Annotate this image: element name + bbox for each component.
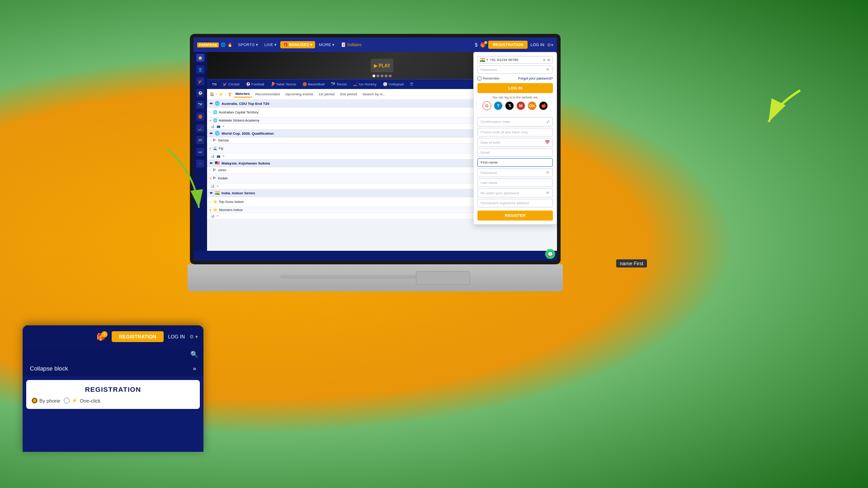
reg-dob[interactable]: Date of birth 📅 [477, 138, 553, 147]
phone-number[interactable]: 81234 56789 [497, 58, 541, 62]
reg-email[interactable]: Email [477, 148, 553, 157]
filter-1st-period[interactable]: 1st period [317, 91, 336, 97]
sidebar-basketball-icon[interactable]: 🏀 [196, 113, 204, 121]
competition-name-2: World Cup. 2026. Qualification [222, 131, 274, 136]
nav-solitaire[interactable]: 🃏 Solitaire [338, 41, 364, 48]
laptop-frame: PARIPESA 🌐 🔥 SPORTS ▾ LIVE ▾ 🎁 BONUSES ▾… [190, 34, 561, 264]
breadcrumb-item1[interactable]: ⭐ [219, 93, 223, 96]
team-name-topguns: Top Guns Indoor [219, 200, 470, 204]
last-name-placeholder: Last name [481, 181, 497, 185]
sport-tennis[interactable]: 🎾 Tennis [329, 81, 349, 87]
stat2-video: 📺 [217, 155, 221, 158]
social-apple-btn[interactable]: 🍎 [539, 101, 548, 110]
phone-clear-icon[interactable]: ✕ [542, 58, 546, 62]
fav-icon-2[interactable]: ★ [209, 119, 212, 122]
phone-tab-one-click[interactable]: ⚡ One-click [64, 398, 100, 404]
social-google-btn[interactable]: G [482, 101, 491, 110]
phone-login-button[interactable]: LOG IN [168, 334, 185, 339]
filter-recommended[interactable]: Recommended [254, 91, 282, 97]
nav-sports[interactable]: SPORTS ▾ [235, 41, 260, 48]
settings-icon[interactable]: ⚙▾ [547, 42, 553, 47]
sidebar-tennis-icon[interactable]: 🎾 [196, 101, 204, 109]
sport-cricket[interactable]: 🏏 Cricket [221, 81, 242, 87]
reg-password[interactable]: Password 👁 [477, 168, 553, 177]
password-placeholder[interactable]: Password [481, 68, 546, 72]
nav-bonuses[interactable]: 🎁 BONUSES ▾ [280, 41, 316, 48]
flag-dropdown[interactable]: ▾ [486, 58, 488, 62]
login-submit-button[interactable]: LOG IN [477, 83, 553, 93]
sidebar-football-icon[interactable]: ⚽ [196, 89, 204, 97]
phone-gift-icon[interactable]: 🎁 1 [96, 333, 105, 341]
social-mail-btn[interactable]: M [516, 101, 525, 110]
phone-tab-by-phone[interactable]: By phone [32, 398, 60, 404]
social-ok-btn[interactable]: OK [528, 101, 537, 110]
phone-tab-radio-phone[interactable] [32, 398, 38, 404]
reg-reenter-password[interactable]: Re-enter your password 👁 [477, 188, 553, 197]
first-name-placeholder: First name [481, 160, 498, 164]
breadcrumb-home[interactable]: 🏠 [210, 92, 214, 96]
phone-tab-label-phone: By phone [39, 398, 60, 404]
logo-fire-icon: 🔥 [227, 42, 232, 47]
reg-promo-code[interactable]: Promo code (if you have one) [477, 128, 553, 136]
sidebar-hockey-icon[interactable]: 🏒 [196, 124, 204, 132]
phone-registration-button[interactable]: REGISTRATION [112, 331, 163, 342]
filter-2nd-period[interactable]: 2nd period [338, 91, 359, 97]
sport-table-tennis[interactable]: 🏓 Table Tennis [269, 81, 298, 87]
remember-checkbox[interactable] [477, 76, 481, 80]
login-popup: 🇮🇳 ▾ +91 81234 56789 ✕ ✉ Password 👁 [473, 52, 557, 225]
sport-basketball[interactable]: 🏀 Basketball [300, 81, 327, 87]
conf-check-icon: ✓ [546, 119, 550, 124]
reg-address[interactable]: Permanent registered address [477, 199, 553, 207]
phone-settings-icon[interactable]: ⚙ ▾ [189, 334, 198, 340]
nav-gifts[interactable]: 🎁 1 [480, 42, 486, 47]
sidebar-person-icon[interactable]: 👤 [196, 66, 204, 74]
browser-navbar: PARIPESA 🌐 🔥 SPORTS ▾ LIVE ▾ 🎁 BONUSES ▾… [193, 38, 557, 52]
team-name-aust-capital: Australian Capital Territory [219, 110, 468, 114]
phone-search-icon[interactable]: 🔍 [190, 351, 198, 358]
chat-bubble[interactable]: 💬 [545, 249, 555, 259]
nav-more[interactable]: MORE ▾ [316, 41, 337, 48]
name-first-tooltip: name First [616, 259, 647, 267]
phone-mail-icon[interactable]: ✉ [547, 58, 551, 62]
reg-password-eye[interactable]: 👁 [546, 170, 550, 175]
hero-play-btn[interactable]: ▶ PLAY [374, 63, 391, 68]
filter-upcoming[interactable]: Upcoming events [283, 91, 315, 97]
hero-dot-3 [381, 75, 383, 77]
reg-last-name[interactable]: Last name [477, 178, 553, 187]
register-submit-button[interactable]: REGISTER [477, 211, 553, 221]
reenter-eye[interactable]: 👁 [546, 191, 550, 195]
sport-volleyball[interactable]: 🏐 Volleyball [381, 81, 406, 87]
hero-dot-1 [373, 75, 375, 77]
email-placeholder: Email [481, 150, 490, 155]
dob-placeholder: Date of birth [481, 141, 500, 145]
sidebar-home-icon[interactable]: 🏠 [196, 54, 204, 62]
filter-search[interactable]: Search by m... [361, 91, 388, 97]
sport-football[interactable]: ⚽ Football [244, 81, 267, 87]
comp-flag-au: 🌐 [215, 101, 220, 106]
hero-dot-5 [389, 75, 392, 77]
phone-tab-radio-oneclick[interactable] [64, 398, 70, 404]
reg-confirmation-code[interactable]: Confirmation code ✓ [477, 117, 553, 127]
comp-globe-2: 🌐 [215, 131, 220, 136]
nav-live[interactable]: LIVE ▾ [262, 41, 279, 48]
filter-matches[interactable]: Matches [234, 91, 252, 98]
password-eye-icon[interactable]: 👁 [546, 67, 550, 72]
phone-notification-badge: 1 [101, 331, 108, 338]
breadcrumb-item2[interactable]: 🏆 [228, 93, 232, 96]
laptop-trackpad [416, 271, 470, 285]
social-x-btn[interactable]: 𝕏 [505, 101, 514, 110]
phone-collapse-bar[interactable]: Collapse block » [23, 361, 203, 376]
nav-currency[interactable]: $ [475, 42, 478, 47]
green-arrow-to-login [696, 81, 809, 136]
reg-first-name[interactable]: First name [477, 158, 553, 167]
registration-button[interactable]: REGISTRATION [488, 41, 528, 49]
calendar-icon[interactable]: 📅 [545, 140, 550, 145]
stat3-list: ≡ [217, 184, 218, 188]
social-telegram-btn[interactable]: T [494, 101, 503, 110]
sport-ice-hockey[interactable]: 🏒 Ice Hockey [351, 81, 379, 87]
login-button[interactable]: LOG IN [530, 42, 544, 47]
sport-more-icon[interactable]: ☰ [408, 81, 415, 87]
forgot-password-link[interactable]: Forgot your password? [518, 76, 553, 80]
sidebar-cricket-icon[interactable]: 🏏 [196, 77, 204, 85]
fav-icon-1[interactable]: ☆ [209, 111, 212, 114]
